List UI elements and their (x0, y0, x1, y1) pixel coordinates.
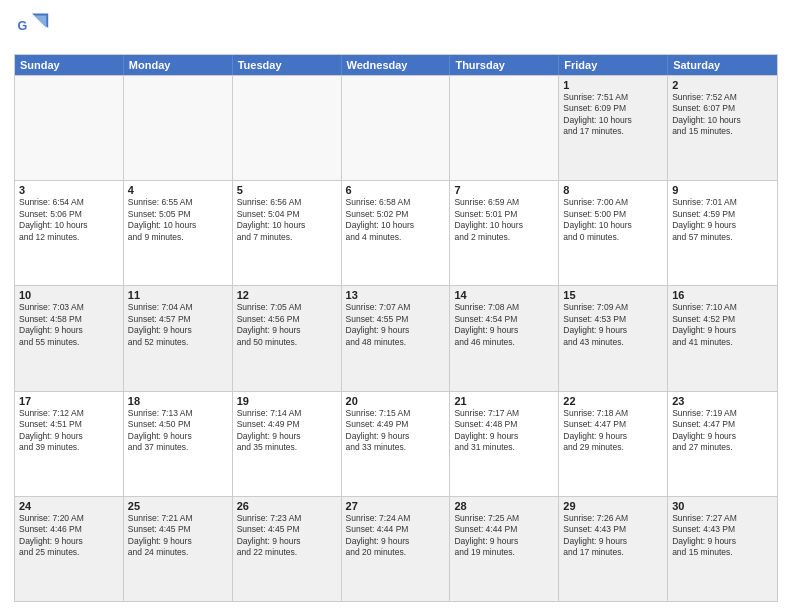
day-info: Sunrise: 7:03 AM Sunset: 4:58 PM Dayligh… (19, 302, 119, 348)
day-number: 10 (19, 289, 119, 301)
calendar-row-1: 3Sunrise: 6:54 AM Sunset: 5:06 PM Daylig… (15, 180, 777, 285)
day-info: Sunrise: 7:12 AM Sunset: 4:51 PM Dayligh… (19, 408, 119, 454)
day-info: Sunrise: 7:17 AM Sunset: 4:48 PM Dayligh… (454, 408, 554, 454)
calendar-header: SundayMondayTuesdayWednesdayThursdayFrid… (15, 55, 777, 75)
svg-text:G: G (18, 19, 28, 33)
day-number: 26 (237, 500, 337, 512)
day-info: Sunrise: 7:04 AM Sunset: 4:57 PM Dayligh… (128, 302, 228, 348)
day-number: 30 (672, 500, 773, 512)
day-number: 8 (563, 184, 663, 196)
calendar-cell: 30Sunrise: 7:27 AM Sunset: 4:43 PM Dayli… (668, 497, 777, 601)
calendar-cell: 12Sunrise: 7:05 AM Sunset: 4:56 PM Dayli… (233, 286, 342, 390)
calendar-cell: 6Sunrise: 6:58 AM Sunset: 5:02 PM Daylig… (342, 181, 451, 285)
day-info: Sunrise: 7:21 AM Sunset: 4:45 PM Dayligh… (128, 513, 228, 559)
header-day-monday: Monday (124, 55, 233, 75)
day-info: Sunrise: 7:18 AM Sunset: 4:47 PM Dayligh… (563, 408, 663, 454)
day-number: 4 (128, 184, 228, 196)
calendar-cell: 5Sunrise: 6:56 AM Sunset: 5:04 PM Daylig… (233, 181, 342, 285)
calendar-cell: 14Sunrise: 7:08 AM Sunset: 4:54 PM Dayli… (450, 286, 559, 390)
day-info: Sunrise: 7:52 AM Sunset: 6:07 PM Dayligh… (672, 92, 773, 138)
day-number: 28 (454, 500, 554, 512)
calendar-row-4: 24Sunrise: 7:20 AM Sunset: 4:46 PM Dayli… (15, 496, 777, 601)
day-info: Sunrise: 6:56 AM Sunset: 5:04 PM Dayligh… (237, 197, 337, 243)
header-day-wednesday: Wednesday (342, 55, 451, 75)
day-number: 22 (563, 395, 663, 407)
day-info: Sunrise: 7:24 AM Sunset: 4:44 PM Dayligh… (346, 513, 446, 559)
day-number: 27 (346, 500, 446, 512)
day-info: Sunrise: 7:10 AM Sunset: 4:52 PM Dayligh… (672, 302, 773, 348)
calendar-cell: 19Sunrise: 7:14 AM Sunset: 4:49 PM Dayli… (233, 392, 342, 496)
header-day-thursday: Thursday (450, 55, 559, 75)
calendar-cell: 15Sunrise: 7:09 AM Sunset: 4:53 PM Dayli… (559, 286, 668, 390)
calendar-cell: 8Sunrise: 7:00 AM Sunset: 5:00 PM Daylig… (559, 181, 668, 285)
calendar-cell (233, 76, 342, 180)
day-info: Sunrise: 7:27 AM Sunset: 4:43 PM Dayligh… (672, 513, 773, 559)
calendar-cell: 20Sunrise: 7:15 AM Sunset: 4:49 PM Dayli… (342, 392, 451, 496)
calendar-cell: 21Sunrise: 7:17 AM Sunset: 4:48 PM Dayli… (450, 392, 559, 496)
calendar-row-2: 10Sunrise: 7:03 AM Sunset: 4:58 PM Dayli… (15, 285, 777, 390)
day-info: Sunrise: 6:58 AM Sunset: 5:02 PM Dayligh… (346, 197, 446, 243)
day-number: 24 (19, 500, 119, 512)
page: G SundayMondayTuesdayWednesdayThursdayFr… (0, 0, 792, 612)
calendar-cell: 16Sunrise: 7:10 AM Sunset: 4:52 PM Dayli… (668, 286, 777, 390)
day-number: 29 (563, 500, 663, 512)
day-info: Sunrise: 6:59 AM Sunset: 5:01 PM Dayligh… (454, 197, 554, 243)
calendar-cell: 11Sunrise: 7:04 AM Sunset: 4:57 PM Dayli… (124, 286, 233, 390)
day-number: 9 (672, 184, 773, 196)
calendar-cell: 29Sunrise: 7:26 AM Sunset: 4:43 PM Dayli… (559, 497, 668, 601)
calendar-cell: 24Sunrise: 7:20 AM Sunset: 4:46 PM Dayli… (15, 497, 124, 601)
day-info: Sunrise: 7:01 AM Sunset: 4:59 PM Dayligh… (672, 197, 773, 243)
calendar-cell: 13Sunrise: 7:07 AM Sunset: 4:55 PM Dayli… (342, 286, 451, 390)
day-info: Sunrise: 7:15 AM Sunset: 4:49 PM Dayligh… (346, 408, 446, 454)
calendar-cell: 2Sunrise: 7:52 AM Sunset: 6:07 PM Daylig… (668, 76, 777, 180)
day-number: 11 (128, 289, 228, 301)
header-day-sunday: Sunday (15, 55, 124, 75)
day-number: 2 (672, 79, 773, 91)
header: G (14, 10, 778, 46)
day-info: Sunrise: 6:54 AM Sunset: 5:06 PM Dayligh… (19, 197, 119, 243)
day-info: Sunrise: 7:08 AM Sunset: 4:54 PM Dayligh… (454, 302, 554, 348)
day-number: 18 (128, 395, 228, 407)
header-day-saturday: Saturday (668, 55, 777, 75)
calendar-cell (124, 76, 233, 180)
day-info: Sunrise: 6:55 AM Sunset: 5:05 PM Dayligh… (128, 197, 228, 243)
calendar-cell: 10Sunrise: 7:03 AM Sunset: 4:58 PM Dayli… (15, 286, 124, 390)
day-number: 12 (237, 289, 337, 301)
day-info: Sunrise: 7:51 AM Sunset: 6:09 PM Dayligh… (563, 92, 663, 138)
calendar-row-0: 1Sunrise: 7:51 AM Sunset: 6:09 PM Daylig… (15, 75, 777, 180)
day-number: 21 (454, 395, 554, 407)
calendar-cell: 3Sunrise: 6:54 AM Sunset: 5:06 PM Daylig… (15, 181, 124, 285)
calendar-cell: 18Sunrise: 7:13 AM Sunset: 4:50 PM Dayli… (124, 392, 233, 496)
calendar-cell: 9Sunrise: 7:01 AM Sunset: 4:59 PM Daylig… (668, 181, 777, 285)
day-info: Sunrise: 7:23 AM Sunset: 4:45 PM Dayligh… (237, 513, 337, 559)
day-number: 17 (19, 395, 119, 407)
calendar-cell (15, 76, 124, 180)
day-number: 5 (237, 184, 337, 196)
day-info: Sunrise: 7:26 AM Sunset: 4:43 PM Dayligh… (563, 513, 663, 559)
day-number: 23 (672, 395, 773, 407)
day-number: 1 (563, 79, 663, 91)
calendar-body: 1Sunrise: 7:51 AM Sunset: 6:09 PM Daylig… (15, 75, 777, 601)
header-day-friday: Friday (559, 55, 668, 75)
calendar-cell: 27Sunrise: 7:24 AM Sunset: 4:44 PM Dayli… (342, 497, 451, 601)
header-day-tuesday: Tuesday (233, 55, 342, 75)
day-info: Sunrise: 7:25 AM Sunset: 4:44 PM Dayligh… (454, 513, 554, 559)
day-number: 3 (19, 184, 119, 196)
logo: G (14, 10, 54, 46)
day-info: Sunrise: 7:07 AM Sunset: 4:55 PM Dayligh… (346, 302, 446, 348)
calendar: SundayMondayTuesdayWednesdayThursdayFrid… (14, 54, 778, 602)
calendar-cell: 23Sunrise: 7:19 AM Sunset: 4:47 PM Dayli… (668, 392, 777, 496)
day-number: 20 (346, 395, 446, 407)
calendar-row-3: 17Sunrise: 7:12 AM Sunset: 4:51 PM Dayli… (15, 391, 777, 496)
day-number: 6 (346, 184, 446, 196)
calendar-cell (450, 76, 559, 180)
calendar-cell: 22Sunrise: 7:18 AM Sunset: 4:47 PM Dayli… (559, 392, 668, 496)
calendar-cell: 28Sunrise: 7:25 AM Sunset: 4:44 PM Dayli… (450, 497, 559, 601)
calendar-cell (342, 76, 451, 180)
calendar-cell: 26Sunrise: 7:23 AM Sunset: 4:45 PM Dayli… (233, 497, 342, 601)
calendar-cell: 4Sunrise: 6:55 AM Sunset: 5:05 PM Daylig… (124, 181, 233, 285)
day-info: Sunrise: 7:19 AM Sunset: 4:47 PM Dayligh… (672, 408, 773, 454)
day-info: Sunrise: 7:14 AM Sunset: 4:49 PM Dayligh… (237, 408, 337, 454)
day-number: 14 (454, 289, 554, 301)
logo-icon: G (14, 10, 50, 46)
